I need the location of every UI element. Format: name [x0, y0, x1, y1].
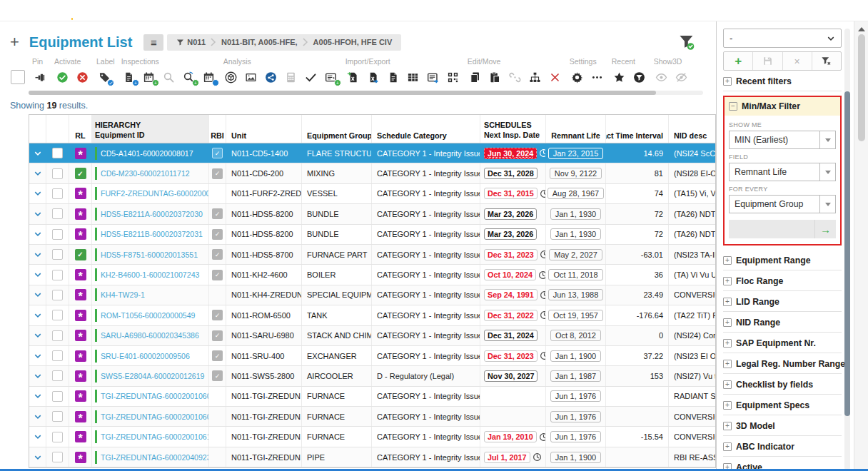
equipment-id-link[interactable]: ROM-T1056-600020000549	[101, 311, 196, 320]
col-header-unit[interactable]: Unit	[226, 115, 302, 143]
table-row[interactable]: * FURF2-ZREDUNTAG-600020004071 N011-FURF…	[29, 184, 715, 204]
equipment-id-link[interactable]: CD5-A1401-600020008017	[101, 149, 193, 158]
table-row[interactable]: * SRU-E401-600020009506 ✓ N011-SRU-400 E…	[29, 346, 715, 366]
row-expand-chevron-icon[interactable]	[34, 270, 42, 279]
row-checkbox[interactable]	[52, 432, 63, 442]
table-row[interactable]: * TGI-ZREDUNTAG-600020010607 N011-TGI-ZR…	[29, 407, 715, 427]
nav-item[interactable]	[127, 0, 143, 21]
table-row[interactable]: ✓ HDS5-F8751-600020013551 ✓ N011-HDS5-87…	[29, 245, 715, 265]
equipment-id-link[interactable]: KH2-B4600-1-600021007243	[101, 270, 199, 279]
copy-icon[interactable]	[468, 69, 483, 86]
dropdown-arrow-icon[interactable]	[819, 163, 835, 181]
table-row[interactable]: ✓ CD6-M230-600021011712 ✓ N011-CD6-200 M…	[29, 163, 715, 183]
collapse-icon[interactable]: −	[729, 102, 737, 111]
row-expand-chevron-icon[interactable]	[34, 230, 42, 238]
nav-item[interactable]	[221, 0, 237, 21]
row-expand-chevron-icon[interactable]	[34, 453, 42, 462]
page-scrollbar-thumb[interactable]	[858, 34, 865, 141]
paste-icon[interactable]	[488, 69, 503, 86]
more-icon[interactable]	[590, 69, 605, 86]
row-expand-chevron-icon[interactable]	[34, 412, 42, 421]
field-select[interactable]: Remnant Life	[729, 163, 836, 181]
add-filter-button[interactable]: +	[724, 52, 752, 70]
col-header-remnant-life[interactable]: Remnant Life	[546, 115, 606, 143]
table-row[interactable]: * TGI-ZREDUNTAG-600020010610 N011-TGI-ZR…	[29, 427, 715, 447]
schedule-history-icon[interactable]	[201, 69, 217, 86]
row-checkbox[interactable]	[52, 350, 63, 361]
clear-filter-button[interactable]: ×	[782, 52, 812, 70]
equipment-id-link[interactable]: HDS5-F8751-600020013551	[101, 250, 198, 259]
row-expand-chevron-icon[interactable]	[34, 331, 42, 340]
row-checkbox[interactable]	[52, 310, 63, 320]
nav-item[interactable]	[33, 0, 49, 21]
row-checkbox[interactable]	[52, 411, 63, 422]
add-schedule-icon[interactable]: +	[141, 69, 157, 86]
expand-icon[interactable]: +	[723, 360, 732, 368]
filter-preset-select[interactable]: -	[723, 29, 842, 48]
rbi-checkbox[interactable]: ✓	[212, 208, 223, 219]
qr-codes-icon[interactable]	[445, 69, 461, 86]
pin-icon[interactable]	[32, 69, 48, 86]
table-row[interactable]: * HDS5-E8211B-600020372031 ✓ N011-HDS5-8…	[29, 225, 715, 245]
equipment-id-link[interactable]: TGI-ZREDUNTAG-600020010601	[101, 392, 209, 400]
equipment-id-link[interactable]: SARU-A6980-600020345386	[101, 331, 199, 340]
row-checkbox[interactable]	[52, 370, 63, 381]
col-header-exact-time-interval[interactable]: Exact Time Interval	[606, 115, 669, 143]
horizontal-scrollbar-thumb[interactable]	[29, 91, 656, 95]
deactivate-icon[interactable]	[74, 69, 90, 86]
hide3d-icon[interactable]	[674, 69, 690, 86]
equipment-id-link[interactable]: TGI-ZREDUNTAG-600020010607	[101, 412, 209, 421]
col-header-schedule-category[interactable]: Schedule Category	[372, 115, 480, 143]
rbi-checkbox[interactable]: ✓	[212, 270, 223, 280]
row-checkbox[interactable]	[52, 330, 63, 341]
equipment-id-link[interactable]: HDS5-E8211B-600020372031	[101, 230, 203, 238]
add-inspection-icon[interactable]: +	[121, 69, 137, 86]
filter-section[interactable]: + Active	[723, 457, 842, 471]
row-checkbox[interactable]	[52, 452, 63, 462]
calculator-icon[interactable]	[283, 69, 299, 86]
nav-item[interactable]	[190, 0, 206, 21]
row-expand-chevron-icon[interactable]	[34, 149, 42, 158]
dropdown-arrow-icon[interactable]	[819, 131, 835, 148]
expand-icon[interactable]: +	[723, 380, 732, 389]
nav-item[interactable]	[49, 0, 64, 21]
breadcrumb-segment[interactable]: N011-BIT, A005-HFE,	[216, 38, 303, 46]
equipment-id-link[interactable]: TGI-ZREDUNTAG-600020010610	[101, 432, 209, 441]
expand-icon[interactable]: +	[723, 401, 732, 410]
filter-section[interactable]: + NID Range	[723, 312, 842, 333]
export-list-icon[interactable]	[425, 69, 441, 86]
breadcrumb-segment[interactable]: A005-HFOH, HFE CIV	[308, 38, 398, 46]
row-expand-chevron-icon[interactable]	[34, 311, 42, 320]
unlink-icon[interactable]	[508, 69, 523, 86]
row-expand-chevron-icon[interactable]	[34, 372, 42, 380]
expand-icon[interactable]: +	[723, 442, 732, 451]
scroll-up-arrow-icon[interactable]	[858, 27, 865, 31]
expand-icon[interactable]: +	[723, 339, 732, 348]
row-expand-chevron-icon[interactable]	[34, 210, 42, 218]
rbi-checkbox[interactable]: ✓	[212, 229, 223, 240]
col-header-equipment-group[interactable]: Equipment Group	[302, 115, 372, 143]
delete-icon[interactable]	[547, 69, 563, 86]
row-expand-chevron-icon[interactable]	[34, 290, 42, 299]
apply-filter-button[interactable]: →	[814, 220, 836, 238]
filter-section[interactable]: + SAP Equipment Nr.	[723, 333, 842, 353]
row-expand-chevron-icon[interactable]	[34, 250, 42, 259]
nav-item[interactable]	[174, 0, 190, 21]
export-table-icon[interactable]	[405, 69, 421, 86]
rbi-checkbox[interactable]: ✓	[212, 370, 223, 381]
equipment-id-link[interactable]: KH4-TW29-1	[101, 290, 145, 299]
nav-item[interactable]	[1, 0, 17, 21]
nav-item[interactable]	[17, 0, 33, 21]
settings-icon[interactable]	[570, 69, 585, 86]
filter-section[interactable]: + Equipment Specs	[723, 395, 842, 415]
row-checkbox[interactable]	[52, 290, 63, 300]
table-row[interactable]: * ROM-T1056-600020000549 ✓ N011-ROM-6500…	[29, 305, 715, 325]
import-excel-icon[interactable]	[345, 69, 361, 86]
export-doc-icon[interactable]	[385, 69, 401, 86]
col-header-next-insp-date[interactable]: SCHEDULESNext Insp. Date	[480, 115, 546, 143]
validate-icon[interactable]	[303, 69, 319, 86]
show-me-select[interactable]: MIN (Earliest)	[729, 131, 836, 149]
move-hierarchy-icon[interactable]	[528, 69, 543, 86]
table-row[interactable]: * KH4-TW29-1 N011-KH4-ZREDUN SPECIAL EQU…	[29, 285, 715, 305]
report-icon[interactable]: +	[323, 69, 339, 86]
